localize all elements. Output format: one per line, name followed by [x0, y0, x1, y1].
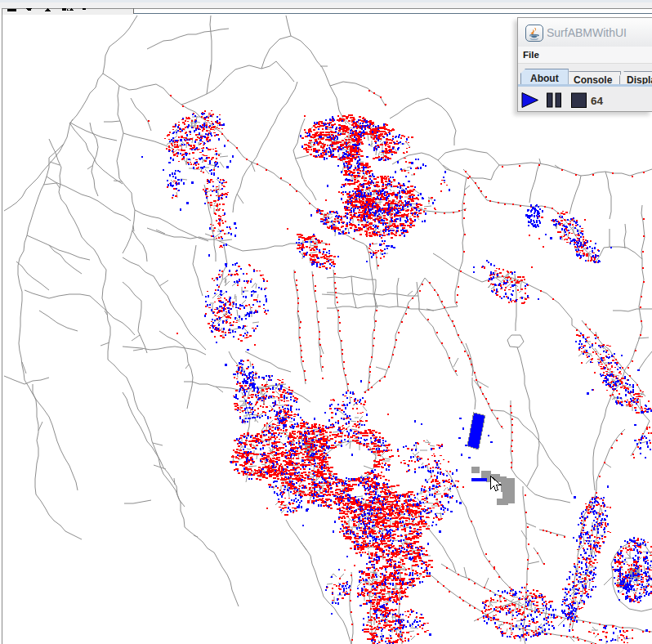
svg-text:64: 64 — [591, 95, 604, 107]
